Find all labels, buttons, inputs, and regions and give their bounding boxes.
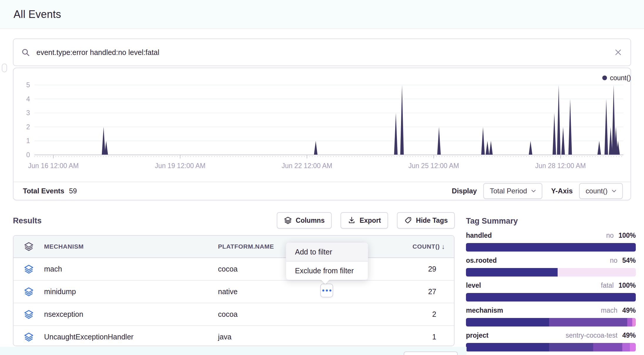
tag-bar-segment[interactable] <box>466 293 636 302</box>
all-events-page: All Events event.type:error handled:no l… <box>0 0 644 355</box>
layers-icon <box>284 216 292 225</box>
tag-name[interactable]: handled <box>466 232 492 240</box>
columns-button[interactable]: Columns <box>277 212 332 229</box>
close-icon[interactable] <box>614 48 622 56</box>
tag-percent: 49% <box>620 307 636 314</box>
tag-bar-segment[interactable] <box>466 268 558 277</box>
page-title: All Events <box>14 8 61 21</box>
layers-icon <box>14 309 44 319</box>
hide-tags-button[interactable]: Hide Tags <box>397 212 455 229</box>
y-axis-tick-label: 4 <box>26 95 30 103</box>
chevron-down-icon <box>612 190 616 192</box>
display-dropdown-value: Total Period <box>490 187 527 195</box>
tag-bar-segment[interactable] <box>632 318 636 326</box>
search-bar[interactable]: event.type:error handled:no level:fatal <box>13 38 631 66</box>
arrow-down-icon: ↓ <box>442 243 445 251</box>
chart-spike <box>598 141 601 155</box>
layers-icon <box>14 287 44 297</box>
display-label: Display <box>452 187 477 195</box>
tag-bar-segment[interactable] <box>622 343 630 351</box>
tag-top-value: no <box>610 257 618 264</box>
x-axis-tick-label: Jun 19 12:00 AM <box>155 162 206 170</box>
table-row[interactable]: machcocoa29 <box>14 258 454 281</box>
y-axis-tick-label: 0 <box>26 151 30 159</box>
cell-mechanism: UncaughtExceptionHandler <box>44 333 218 341</box>
legend-label: count() <box>610 74 630 82</box>
chevron-down-icon <box>531 190 536 192</box>
download-icon <box>348 216 356 225</box>
menu-item-add-to-filter[interactable]: Add to filter <box>286 243 368 261</box>
tag-distribution-bar <box>466 293 636 302</box>
table-row[interactable]: nsexceptioncocoa2 <box>14 303 454 326</box>
tag-percent: 49% <box>620 331 636 339</box>
chart-spike <box>314 141 318 155</box>
tag-bar-segment[interactable] <box>558 268 636 277</box>
x-axis-tick-label: Jun 22 12:00 AM <box>281 162 332 170</box>
tag-bar-segment[interactable] <box>593 343 622 351</box>
table-header-row: MECHANISM PLATFORM.NAME COUNT() ↓ <box>14 236 454 258</box>
ellipsis-icon <box>329 289 331 292</box>
search-input[interactable]: event.type:error handled:no level:fatal <box>36 48 614 57</box>
tag-top-value: mach <box>601 307 617 314</box>
tag-bar-segment[interactable] <box>466 243 636 252</box>
table-row[interactable]: minidumpnative27 <box>14 281 454 303</box>
results-toolbar: Columns Export Hide Tags <box>300 212 455 229</box>
tag-name[interactable]: level <box>466 282 481 289</box>
cell-mechanism: mach <box>44 265 218 273</box>
chart-spike <box>489 141 493 155</box>
pagination-partial[interactable] <box>404 351 458 355</box>
y-axis-tick-label: 2 <box>26 123 30 131</box>
cell-platform: java <box>218 333 389 341</box>
tag-summary-item: levelfatal 100% <box>466 282 636 302</box>
tag-bar-segment[interactable] <box>627 318 632 326</box>
layers-icon <box>14 264 44 274</box>
cell-count: 27 <box>389 287 445 296</box>
tag-percent: 100% <box>617 232 636 239</box>
tag-name[interactable]: project <box>466 331 489 339</box>
cell-mechanism: minidump <box>44 287 218 296</box>
tag-bar-segment[interactable] <box>630 343 636 351</box>
menu-pointer-tail <box>321 279 330 284</box>
column-header-count[interactable]: COUNT() ↓ <box>389 243 454 251</box>
display-dropdown[interactable]: Total Period <box>483 183 542 199</box>
y-axis-tick-label: 3 <box>26 109 30 117</box>
search-icon <box>21 48 30 57</box>
results-table: MECHANISM PLATFORM.NAME COUNT() ↓ machco… <box>13 235 455 346</box>
chart-spike <box>557 85 561 155</box>
tag-distribution-bar <box>466 343 636 351</box>
cell-mechanism: nsexception <box>44 310 218 319</box>
chart-spike <box>400 85 404 155</box>
tag-name[interactable]: mechanism <box>466 307 503 314</box>
yaxis-dropdown[interactable]: count() <box>579 183 623 199</box>
hide-tags-button-label: Hide Tags <box>416 217 448 225</box>
tag-summary-item: projectsentry-cocoa-test 49% <box>466 331 636 351</box>
cell-count: 2 <box>389 310 445 319</box>
tag-icon <box>404 216 412 225</box>
tag-bar-segment[interactable] <box>549 343 593 351</box>
columns-button-label: Columns <box>296 217 325 225</box>
tag-bar-segment[interactable] <box>549 318 627 326</box>
tag-name[interactable]: os.rooted <box>466 257 497 264</box>
ellipsis-icon <box>322 289 324 292</box>
row-actions-button[interactable] <box>320 284 333 297</box>
layers-icon <box>14 242 44 252</box>
chart-spike <box>553 113 556 155</box>
x-axis-tick-label: Jun 28 12:00 AM <box>535 162 586 170</box>
tag-percent: 54% <box>620 257 636 264</box>
tag-summary-item: mechanismmach 49% <box>466 307 636 326</box>
tag-bar-segment[interactable] <box>466 318 549 326</box>
menu-item-exclude-from-filter[interactable]: Exclude from filter <box>286 262 368 280</box>
tag-distribution-bar <box>466 268 636 277</box>
chart-spike <box>529 141 532 155</box>
bottom-strip <box>0 347 467 355</box>
cell-count: 29 <box>389 265 445 273</box>
tag-bar-segment[interactable] <box>466 343 549 351</box>
tag-summary-item: os.rootedno 54% <box>466 257 636 277</box>
yaxis-label: Y-Axis <box>551 187 573 195</box>
column-header-mechanism[interactable]: MECHANISM <box>44 243 218 250</box>
yaxis-dropdown-value: count() <box>586 187 608 195</box>
export-button-label: Export <box>360 217 381 225</box>
total-events-value: 59 <box>69 187 77 195</box>
export-button[interactable]: Export <box>341 212 388 229</box>
table-row[interactable]: UncaughtExceptionHandlerjava1 <box>14 326 454 346</box>
